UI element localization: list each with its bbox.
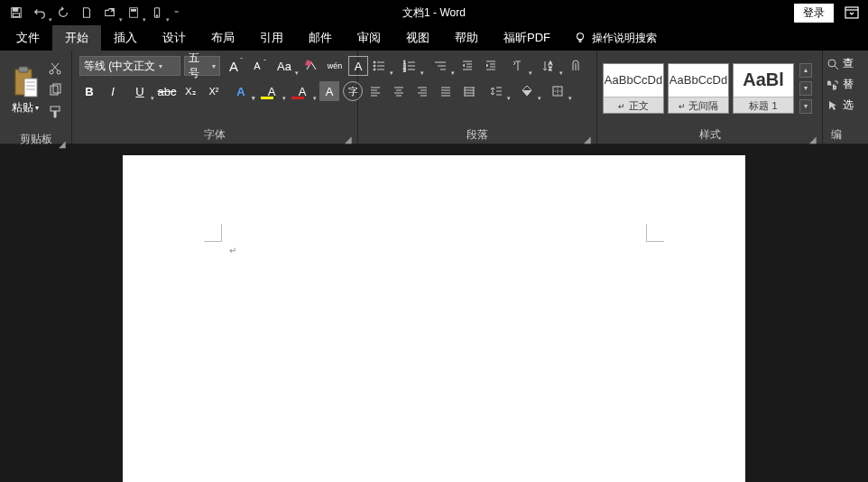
svg-text:b: b	[833, 84, 836, 90]
paragraph-launcher[interactable]: ◢	[582, 131, 593, 142]
svg-point-26	[374, 69, 375, 70]
strike-button[interactable]: abc	[157, 81, 177, 101]
text-effects-button[interactable]: A▾	[227, 81, 254, 101]
format-painter-button[interactable]	[46, 103, 64, 121]
align-left-button[interactable]	[365, 81, 385, 101]
multilevel-button[interactable]: ▾	[427, 56, 454, 76]
styles-scroll-up[interactable]: ▴	[799, 63, 812, 78]
page[interactable]: ↵	[123, 155, 745, 482]
svg-rect-7	[845, 7, 858, 18]
highlight-button[interactable]: A▾	[258, 81, 285, 101]
clear-format-button[interactable]	[301, 56, 321, 76]
paste-label: 粘贴	[12, 100, 33, 116]
grow-font-button[interactable]: Aˆ	[224, 56, 244, 76]
font-launcher[interactable]: ◢	[343, 131, 354, 142]
svg-text:Z: Z	[549, 66, 552, 71]
phonetic-button[interactable]: wén	[325, 56, 345, 76]
style-heading1[interactable]: AaBl 标题 1	[733, 63, 794, 114]
tab-review[interactable]: 审阅	[345, 25, 393, 51]
login-button[interactable]: 登录	[794, 4, 834, 23]
svg-point-24	[374, 65, 375, 67]
char-shading-button[interactable]: A	[319, 81, 339, 101]
line-spacing-button[interactable]: ▾	[483, 81, 510, 101]
tab-mailings[interactable]: 邮件	[296, 25, 345, 51]
styles-scroll-down[interactable]: ▾	[799, 81, 812, 96]
increase-indent-button[interactable]	[481, 56, 501, 76]
align-right-button[interactable]	[412, 81, 432, 101]
margin-mark-tr	[646, 224, 664, 242]
ribbon-display-options[interactable]	[841, 2, 863, 23]
numbering-button[interactable]: 123▾	[396, 56, 423, 76]
clipboard-launcher[interactable]: ◢	[57, 135, 68, 146]
svg-point-16	[50, 70, 53, 74]
new-doc-button[interactable]	[76, 2, 97, 23]
svg-point-17	[57, 70, 60, 74]
svg-point-6	[156, 15, 157, 16]
svg-rect-12	[24, 79, 37, 97]
font-color-button[interactable]: A▾	[289, 81, 316, 101]
svg-point-9	[577, 33, 584, 40]
text-direction-button[interactable]: ▾	[504, 56, 531, 76]
svg-rect-1	[14, 8, 18, 12]
replace-button[interactable]: ab替	[826, 77, 854, 92]
copy-button[interactable]	[46, 81, 64, 99]
sort-button[interactable]: AZ▾	[535, 56, 562, 76]
tell-me-search[interactable]: 操作说明搜索	[563, 31, 668, 46]
paste-button[interactable]: 粘贴▾	[5, 54, 44, 126]
tab-design[interactable]: 设计	[150, 25, 199, 51]
select-button[interactable]: 选	[826, 97, 854, 113]
superscript-button[interactable]: X²	[204, 81, 224, 101]
svg-text:a: a	[827, 79, 831, 86]
underline-button[interactable]: U▾	[126, 81, 153, 101]
styles-launcher[interactable]: ◢	[808, 131, 818, 142]
style-nospacing[interactable]: AaBbCcDd ↵ 无间隔	[668, 63, 729, 114]
paragraph-group-label: 段落	[466, 128, 488, 141]
font-name-combo[interactable]: 等线 (中文正文▾	[79, 56, 180, 76]
tab-view[interactable]: 视图	[393, 25, 442, 51]
tab-foxit[interactable]: 福昕PDF	[491, 25, 563, 51]
bullets-button[interactable]: ▾	[365, 56, 392, 76]
redo-button[interactable]	[52, 2, 74, 23]
tab-file[interactable]: 文件	[4, 25, 52, 51]
italic-button[interactable]: I	[103, 81, 123, 101]
styles-expand[interactable]: ▾	[799, 99, 812, 114]
open-button[interactable]: ▾	[99, 2, 121, 23]
distributed-button[interactable]	[459, 81, 479, 101]
change-case-button[interactable]: Aa▾	[271, 56, 298, 76]
show-marks-button[interactable]	[566, 56, 586, 76]
cut-button[interactable]	[46, 60, 64, 78]
font-size-combo[interactable]: 五号▾	[184, 56, 220, 76]
tab-layout[interactable]: 布局	[199, 25, 247, 51]
find-button[interactable]: 查	[826, 56, 854, 71]
shading-button[interactable]: ▾	[513, 81, 540, 101]
save-button[interactable]	[5, 2, 27, 23]
svg-rect-4	[131, 10, 135, 12]
subscript-button[interactable]: X₂	[180, 81, 200, 101]
lightbulb-icon	[574, 32, 586, 44]
align-center-button[interactable]	[389, 81, 409, 101]
svg-rect-20	[51, 107, 60, 111]
device-button[interactable]: ▾	[146, 2, 168, 23]
clipboard-icon	[12, 66, 39, 98]
document-title: 文档1 - Word	[402, 5, 466, 21]
editing-group-label: 编	[831, 128, 842, 141]
paragraph-mark: ↵	[229, 246, 236, 255]
shrink-font-button[interactable]: Aˇ	[247, 56, 267, 76]
tab-insert[interactable]: 插入	[101, 25, 150, 51]
svg-rect-11	[19, 67, 28, 72]
styles-group-label: 样式	[699, 128, 721, 141]
qat-customize[interactable]: ⁼	[170, 2, 182, 23]
decrease-indent-button[interactable]	[457, 56, 477, 76]
borders-button[interactable]: ▾	[544, 81, 571, 101]
style-normal[interactable]: AaBbCcDd ↵ 正文	[603, 63, 664, 114]
justify-button[interactable]	[436, 81, 456, 101]
tab-help[interactable]: 帮助	[442, 25, 491, 51]
document-canvas[interactable]: ↵	[0, 144, 868, 482]
bold-button[interactable]: B	[79, 81, 99, 101]
tab-references[interactable]: 引用	[247, 25, 296, 51]
doc-mode-button[interactable]: ▾	[123, 2, 144, 23]
undo-button[interactable]: ▾	[29, 2, 51, 23]
svg-text:3: 3	[403, 68, 406, 72]
svg-rect-21	[305, 60, 312, 67]
tab-home[interactable]: 开始	[52, 25, 101, 51]
